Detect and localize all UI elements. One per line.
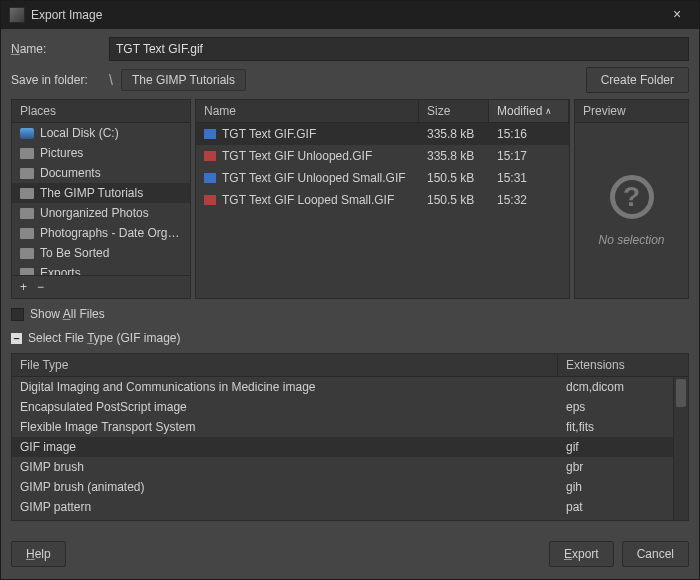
preview-panel: Preview ? No selection [574,99,689,299]
places-item[interactable]: Exports [12,263,190,275]
file-modified: 15:17 [489,147,569,165]
places-item-label: Pictures [40,146,83,160]
places-item-label: Photographs - Date Org… [40,226,179,240]
file-row[interactable]: TGT Text GIF.GIF335.8 kB15:16 [196,123,569,145]
col-size[interactable]: Size [419,100,489,122]
file-type-name: GIMP pattern [12,500,558,514]
file-type-name: GIMP brush (animated) [12,480,558,494]
places-item[interactable]: Local Disk (C:) [12,123,190,143]
file-type-row[interactable]: Flexible Image Transport Systemfit,fits [12,417,688,437]
places-item-label: To Be Sorted [40,246,109,260]
col-name[interactable]: Name [196,100,419,122]
file-name: TGT Text GIF Looped Small.GIF [222,193,394,207]
file-type-name: GIF image [12,440,558,454]
remove-place-button[interactable]: − [37,280,44,294]
path-segment[interactable]: The GIMP Tutorials [121,69,246,91]
col-file-type[interactable]: File Type [12,354,558,376]
file-type-row[interactable]: GIMP patternpat [12,497,688,517]
close-icon[interactable]: × [663,5,691,25]
no-preview-icon: ? [610,175,654,219]
file-type-ext: dcm,dicom [558,380,688,394]
help-button[interactable]: Help [11,541,66,567]
file-type-row[interactable]: Encapsulated PostScript imageeps [12,397,688,417]
file-type-ext: gbr [558,460,688,474]
file-size: 150.5 kB [419,191,489,209]
folder-icon [20,248,34,259]
export-image-dialog: Export Image × Name: Save in folder: \ T… [0,0,700,580]
file-size: 335.8 kB [419,147,489,165]
disk-icon [20,128,34,139]
sort-asc-icon: ∧ [545,106,552,116]
places-item-label: The GIMP Tutorials [40,186,143,200]
folder-icon [20,148,34,159]
places-item[interactable]: Pictures [12,143,190,163]
col-modified[interactable]: Modified ∧ [489,100,569,122]
file-icon [204,173,216,183]
places-item-label: Unorganized Photos [40,206,149,220]
no-selection-label: No selection [598,233,664,247]
window-title: Export Image [31,8,663,22]
file-type-ext: gif [558,440,688,454]
places-item[interactable]: The GIMP Tutorials [12,183,190,203]
file-row[interactable]: TGT Text GIF Looped Small.GIF150.5 kB15:… [196,189,569,211]
places-item[interactable]: To Be Sorted [12,243,190,263]
folder-icon [20,268,34,276]
file-type-ext: pat [558,500,688,514]
show-all-files-checkbox[interactable] [11,308,24,321]
file-name: TGT Text GIF.GIF [222,127,316,141]
file-type-name: Digital Imaging and Communications in Me… [12,380,558,394]
file-modified: 15:32 [489,191,569,209]
file-modified: 15:16 [489,125,569,143]
file-list-panel: Name Size Modified ∧ TGT Text GIF.GIF335… [195,99,570,299]
create-folder-button[interactable]: Create Folder [586,67,689,93]
places-header: Places [12,100,190,123]
file-size: 150.5 kB [419,169,489,187]
col-extensions[interactable]: Extensions [558,354,688,376]
file-type-ext: eps [558,400,688,414]
places-item[interactable]: Photographs - Date Org… [12,223,190,243]
file-type-row[interactable]: GIF imagegif [12,437,688,457]
save-in-folder-label: Save in folder: [11,73,101,87]
name-label: Name: [11,42,101,56]
show-all-files-label: Show All Files [30,307,105,321]
places-item[interactable]: Documents [12,163,190,183]
preview-header: Preview [575,100,688,123]
file-icon [204,195,216,205]
file-type-row[interactable]: GIMP brushgbr [12,457,688,477]
file-type-name: Encapsulated PostScript image [12,400,558,414]
titlebar: Export Image × [1,1,699,29]
folder-icon [20,228,34,239]
collapse-icon: – [11,333,22,344]
folder-icon [20,208,34,219]
places-panel: Places Local Disk (C:)PicturesDocumentsT… [11,99,191,299]
add-place-button[interactable]: + [20,280,27,294]
file-type-name: Flexible Image Transport System [12,420,558,434]
export-button[interactable]: Export [549,541,614,567]
file-type-row[interactable]: Digital Imaging and Communications in Me… [12,377,688,397]
file-type-ext: gih [558,480,688,494]
places-item-label: Local Disk (C:) [40,126,119,140]
file-modified: 15:31 [489,169,569,187]
file-type-name: GIMP brush [12,460,558,474]
file-name: TGT Text GIF Unlooped Small.GIF [222,171,406,185]
cancel-button[interactable]: Cancel [622,541,689,567]
file-row[interactable]: TGT Text GIF Unlooped Small.GIF150.5 kB1… [196,167,569,189]
folder-icon [20,168,34,179]
file-name: TGT Text GIF Unlooped.GIF [222,149,372,163]
app-icon [9,7,25,23]
folder-icon [20,188,34,199]
filename-input[interactable] [109,37,689,61]
file-icon [204,151,216,161]
file-icon [204,129,216,139]
file-type-row[interactable]: GIMP brush (animated)gih [12,477,688,497]
file-size: 335.8 kB [419,125,489,143]
file-type-ext: fit,fits [558,420,688,434]
path-separator-icon: \ [109,72,113,88]
file-type-list: File Type Extensions Digital Imaging and… [11,353,689,521]
file-row[interactable]: TGT Text GIF Unlooped.GIF335.8 kB15:17 [196,145,569,167]
places-item-label: Exports [40,266,81,275]
places-item[interactable]: Unorganized Photos [12,203,190,223]
places-item-label: Documents [40,166,101,180]
select-file-type-expander[interactable]: – Select File Type (GIF image) [11,329,689,347]
